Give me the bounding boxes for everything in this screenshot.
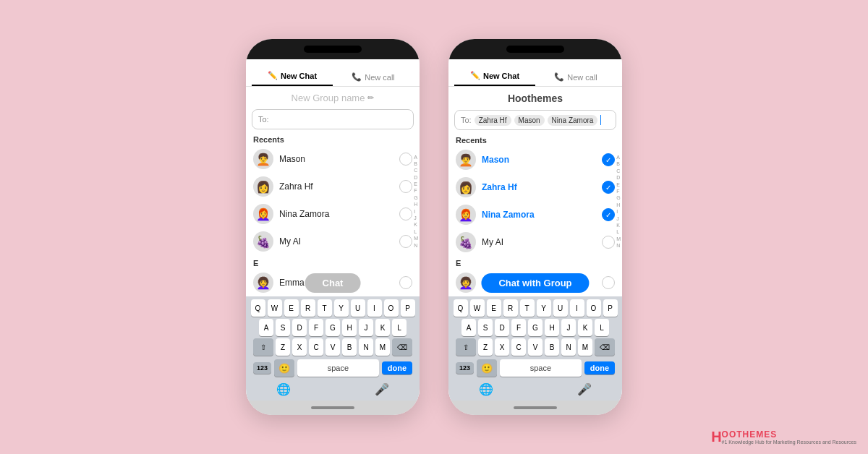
key-y-left[interactable]: Y — [334, 299, 349, 317]
key-j-right[interactable]: J — [561, 319, 576, 336]
key-delete-right[interactable]: ⌫ — [595, 338, 615, 356]
key-q-right[interactable]: Q — [454, 299, 468, 317]
check-emma2-left[interactable] — [399, 276, 412, 289]
key-done-left[interactable]: done — [382, 361, 412, 374]
key-c-left[interactable]: C — [309, 338, 323, 356]
check-myai-left[interactable] — [399, 235, 412, 248]
contact-row-nina-left[interactable]: 👩‍🦰 Nina Zamora — [246, 200, 420, 228]
mic-icon-right[interactable]: 🎤 — [577, 382, 592, 396]
key-d-right[interactable]: D — [495, 319, 509, 336]
key-l-right[interactable]: L — [595, 319, 609, 336]
to-field-left[interactable]: To: — [252, 109, 414, 129]
key-v-left[interactable]: V — [326, 338, 340, 356]
key-j-left[interactable]: J — [359, 319, 373, 336]
key-e-right[interactable]: E — [487, 299, 501, 317]
key-z-right[interactable]: Z — [478, 338, 493, 356]
contact-row-myai-left[interactable]: 🍇 My AI — [246, 228, 420, 255]
key-u-left[interactable]: U — [351, 299, 365, 317]
key-m-right[interactable]: M — [578, 338, 592, 356]
group-name-area-right[interactable]: Hoothemes — [448, 87, 622, 107]
key-b-right[interactable]: B — [545, 338, 559, 356]
contact-row-zahra-right[interactable]: 👩 Zahra Hf — [448, 174, 622, 201]
key-g-right[interactable]: G — [528, 319, 542, 336]
mic-icon-left[interactable]: 🎤 — [375, 382, 389, 396]
key-w-left[interactable]: W — [268, 299, 282, 317]
contact-row-mason-left[interactable]: 🧑‍🦱 Mason — [246, 145, 420, 173]
edit-icon-left: ✏ — [367, 93, 374, 103]
check-myai-right[interactable] — [602, 236, 615, 249]
key-p-right[interactable]: P — [603, 299, 618, 317]
key-e-left[interactable]: E — [284, 299, 299, 317]
chat-group-button-right[interactable]: Chat with Group — [481, 273, 589, 293]
check-zahra-left[interactable] — [399, 180, 412, 193]
key-o-left[interactable]: O — [384, 299, 399, 317]
check-nina-left[interactable] — [399, 207, 412, 220]
key-t-left[interactable]: T — [318, 299, 332, 317]
key-123-right[interactable]: 123 — [456, 362, 474, 374]
key-o-right[interactable]: O — [587, 299, 601, 317]
key-b-left[interactable]: B — [342, 338, 357, 356]
tab-new-call-left[interactable]: 📞 New call — [333, 72, 414, 86]
check-zahra-right[interactable] — [602, 181, 615, 194]
key-z-left[interactable]: Z — [276, 338, 290, 356]
key-v-right[interactable]: V — [528, 338, 542, 356]
key-w-right[interactable]: W — [470, 299, 485, 317]
key-space-left[interactable]: space — [297, 359, 379, 377]
group-name-area-left[interactable]: New Group name ✏ — [246, 87, 420, 106]
key-x-left[interactable]: X — [292, 338, 307, 356]
contact-row-emma-left[interactable]: 👩‍🦱 Emma Jackson — [246, 255, 420, 257]
key-u-right[interactable]: U — [553, 299, 568, 317]
key-l-left[interactable]: L — [392, 319, 407, 336]
key-p-left[interactable]: P — [401, 299, 415, 317]
key-i-left[interactable]: I — [367, 299, 382, 317]
key-q-left[interactable]: Q — [251, 299, 265, 317]
key-f-right[interactable]: F — [511, 319, 526, 336]
key-delete-left[interactable]: ⌫ — [392, 338, 412, 356]
to-field-right[interactable]: To: Zahra Hf Mason Nina Zamora — [454, 110, 616, 130]
key-t-right[interactable]: T — [520, 299, 535, 317]
chat-btn-area-left: 👩‍🦱 Emma J... Chat — [246, 269, 420, 296]
key-done-right[interactable]: done — [584, 361, 615, 374]
key-shift-right[interactable]: ⇧ — [456, 338, 476, 356]
check-nina-right[interactable] — [602, 208, 615, 221]
key-emoji-left[interactable]: 🙂 — [274, 359, 294, 377]
chat-button-left[interactable]: Chat — [305, 273, 361, 293]
tab-new-chat-left[interactable]: ✏️ New Chat — [252, 71, 333, 86]
check-emma2-right[interactable] — [602, 276, 615, 289]
globe-icon-left[interactable]: 🌐 — [276, 382, 291, 396]
key-n-left[interactable]: N — [359, 338, 373, 356]
key-s-left[interactable]: S — [276, 319, 290, 336]
key-r-left[interactable]: R — [301, 299, 315, 317]
key-n-right[interactable]: N — [561, 338, 576, 356]
contact-row-mason-right[interactable]: 🧑‍🦱 Mason — [448, 146, 622, 174]
check-mason-right[interactable] — [602, 153, 615, 166]
tab-new-chat-right[interactable]: ✏️ New Chat — [454, 71, 535, 86]
key-f-left[interactable]: F — [309, 319, 323, 336]
contact-row-zahra-left[interactable]: 👩 Zahra Hf — [246, 173, 420, 200]
key-123-left[interactable]: 123 — [253, 362, 271, 374]
key-d-left[interactable]: D — [292, 319, 307, 336]
key-k-left[interactable]: K — [375, 319, 390, 336]
key-k-right[interactable]: K — [578, 319, 592, 336]
contact-row-emma-right[interactable]: 👩‍🦱 Emma Jackson — [448, 256, 622, 257]
key-h-left[interactable]: H — [342, 319, 357, 336]
key-h-right[interactable]: H — [545, 319, 559, 336]
key-m-left[interactable]: M — [375, 338, 390, 356]
contact-row-nina-right[interactable]: 👩‍🦰 Nina Zamora — [448, 201, 622, 228]
key-a-left[interactable]: A — [259, 319, 273, 336]
key-i-right[interactable]: I — [570, 299, 584, 317]
key-g-left[interactable]: G — [326, 319, 340, 336]
key-space-right[interactable]: space — [500, 359, 582, 377]
key-emoji-right[interactable]: 🙂 — [477, 359, 497, 377]
contact-row-myai-right[interactable]: 🍇 My AI — [448, 228, 622, 256]
key-r-right[interactable]: R — [503, 299, 518, 317]
key-s-right[interactable]: S — [478, 319, 493, 336]
key-shift-left[interactable]: ⇧ — [253, 338, 273, 356]
key-y-right[interactable]: Y — [537, 299, 551, 317]
key-x-right[interactable]: X — [495, 338, 509, 356]
key-a-right[interactable]: A — [461, 319, 476, 336]
tab-new-call-right[interactable]: 📞 New call — [535, 72, 616, 86]
globe-icon-right[interactable]: 🌐 — [479, 382, 493, 396]
check-mason-left[interactable] — [399, 153, 412, 166]
key-c-right[interactable]: C — [511, 338, 526, 356]
